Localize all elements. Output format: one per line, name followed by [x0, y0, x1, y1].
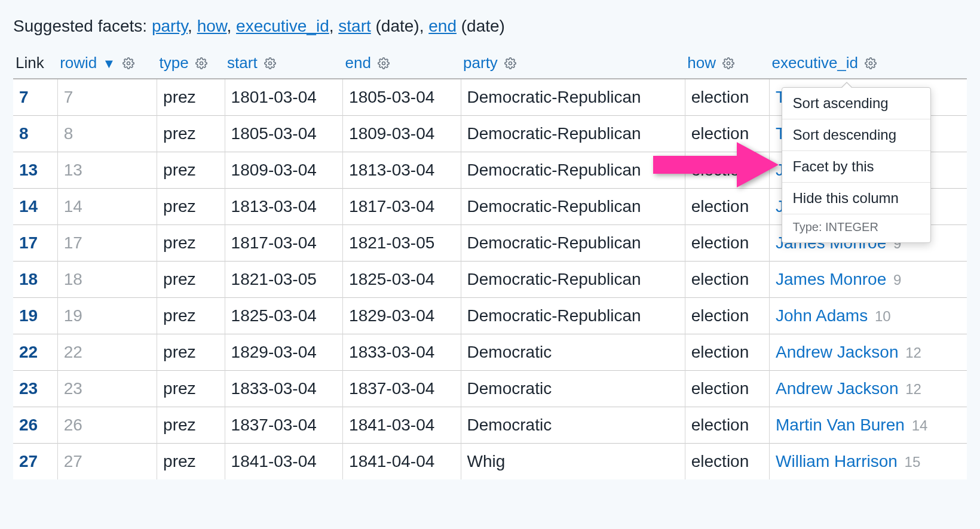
facet-link-executive-id[interactable]: executive_id — [236, 17, 329, 35]
start-cell: 1837-03-04 — [225, 407, 342, 444]
how-cell: election — [685, 371, 769, 407]
party-cell: Democratic-Republican — [461, 189, 685, 225]
party-cell: Democratic-Republican — [461, 225, 685, 262]
type-cell: prez — [157, 152, 225, 189]
rowid-cell: 26 — [57, 407, 157, 444]
start-cell: 1821-03-05 — [225, 262, 342, 298]
link-cell[interactable]: 26 — [13, 407, 57, 444]
gear-icon[interactable] — [122, 57, 134, 69]
link-cell[interactable]: 22 — [13, 334, 57, 371]
column-actions-menu: Sort ascending Sort descending Facet by … — [782, 87, 931, 243]
rowid-cell: 8 — [57, 116, 157, 152]
start-cell: 1841-03-04 — [225, 444, 342, 480]
type-cell: prez — [157, 298, 225, 334]
col-header-rowid[interactable]: rowid ▼ — [57, 50, 157, 79]
rowid-cell: 13 — [57, 152, 157, 189]
link-cell[interactable]: 14 — [13, 189, 57, 225]
start-cell: 1829-03-04 — [225, 334, 342, 371]
facet-link-how[interactable]: how — [197, 17, 227, 35]
type-cell: prez — [157, 262, 225, 298]
party-cell: Democratic-Republican — [461, 262, 685, 298]
col-header-type[interactable]: type — [157, 50, 225, 79]
rowid-cell: 27 — [57, 444, 157, 480]
party-cell: Democratic-Republican — [461, 79, 685, 116]
col-header-executive-id[interactable]: executive_id — [770, 50, 967, 79]
gear-icon[interactable] — [264, 57, 276, 69]
table-row: 1919prez1825-03-041829-03-04Democratic-R… — [13, 298, 967, 334]
rowid-cell: 22 — [57, 334, 157, 371]
facets-prefix: Suggested facets: — [13, 17, 152, 35]
link-cell[interactable]: 19 — [13, 298, 57, 334]
type-cell: prez — [157, 79, 225, 116]
party-cell: Democratic — [461, 407, 685, 444]
link-cell[interactable]: 8 — [13, 116, 57, 152]
end-cell: 1841-04-04 — [343, 444, 461, 480]
gear-icon[interactable] — [865, 57, 877, 69]
menu-hide-column[interactable]: Hide this column — [782, 183, 930, 214]
rowid-cell: 7 — [57, 79, 157, 116]
col-header-party[interactable]: party — [461, 50, 685, 79]
how-cell: election — [685, 298, 769, 334]
party-cell: Democratic-Republican — [461, 152, 685, 189]
link-cell[interactable]: 23 — [13, 371, 57, 407]
col-header-link: Link — [13, 50, 57, 79]
end-cell: 1833-03-04 — [343, 334, 461, 371]
svg-point-3 — [382, 62, 385, 65]
end-cell: 1809-03-04 — [343, 116, 461, 152]
end-cell: 1805-03-04 — [343, 79, 461, 116]
executive-cell[interactable]: Andrew Jackson 12 — [770, 371, 967, 407]
link-cell[interactable]: 27 — [13, 444, 57, 480]
col-header-start[interactable]: start — [225, 50, 342, 79]
start-cell: 1813-03-04 — [225, 189, 342, 225]
facet-link-end[interactable]: end — [428, 17, 457, 35]
svg-point-6 — [869, 62, 872, 65]
executive-cell[interactable]: William Harrison 15 — [770, 444, 967, 480]
start-cell: 1809-03-04 — [225, 152, 342, 189]
menu-sort-ascending[interactable]: Sort ascending — [782, 88, 930, 119]
gear-icon[interactable] — [504, 57, 516, 69]
rowid-cell: 23 — [57, 371, 157, 407]
end-cell: 1829-03-04 — [343, 298, 461, 334]
how-cell: election — [685, 407, 769, 444]
link-cell[interactable]: 18 — [13, 262, 57, 298]
party-cell: Democratic — [461, 371, 685, 407]
how-cell: election — [685, 262, 769, 298]
svg-point-2 — [268, 62, 271, 65]
gear-icon[interactable] — [722, 57, 734, 69]
svg-point-1 — [200, 62, 203, 65]
end-cell: 1825-03-04 — [343, 262, 461, 298]
party-cell: Whig — [461, 444, 685, 480]
how-cell: election — [685, 79, 769, 116]
facet-link-start[interactable]: start — [338, 17, 370, 35]
type-cell: prez — [157, 371, 225, 407]
suggested-facets-line: Suggested facets: party, how, executive_… — [13, 17, 967, 36]
executive-cell[interactable]: Martin Van Buren 14 — [770, 407, 967, 444]
table-row: 1818prez1821-03-051825-03-04Democratic-R… — [13, 262, 967, 298]
svg-point-5 — [727, 62, 730, 65]
start-cell: 1801-03-04 — [225, 79, 342, 116]
type-cell: prez — [157, 407, 225, 444]
type-cell: prez — [157, 189, 225, 225]
executive-cell[interactable]: John Adams 10 — [770, 298, 967, 334]
link-cell[interactable]: 7 — [13, 79, 57, 116]
link-cell[interactable]: 17 — [13, 225, 57, 262]
table-row: 2626prez1837-03-041841-03-04Democraticel… — [13, 407, 967, 444]
start-cell: 1825-03-04 — [225, 298, 342, 334]
facet-link-party[interactable]: party — [152, 17, 188, 35]
col-header-how[interactable]: how — [685, 50, 769, 79]
sort-desc-icon: ▼ — [102, 56, 116, 71]
executive-cell[interactable]: Andrew Jackson 12 — [770, 334, 967, 371]
menu-sort-descending[interactable]: Sort descending — [782, 119, 930, 151]
end-cell: 1813-03-04 — [343, 152, 461, 189]
gear-icon[interactable] — [378, 57, 390, 69]
svg-point-0 — [127, 62, 130, 65]
link-cell[interactable]: 13 — [13, 152, 57, 189]
executive-cell[interactable]: James Monroe 9 — [770, 262, 967, 298]
end-cell: 1817-03-04 — [343, 189, 461, 225]
menu-facet-by-this[interactable]: Facet by this — [782, 151, 930, 183]
gear-icon[interactable] — [195, 57, 207, 69]
start-cell: 1833-03-04 — [225, 371, 342, 407]
col-header-end[interactable]: end — [343, 50, 461, 79]
how-cell: election — [685, 152, 769, 189]
table-row: 2727prez1841-03-041841-04-04Whigelection… — [13, 444, 967, 480]
